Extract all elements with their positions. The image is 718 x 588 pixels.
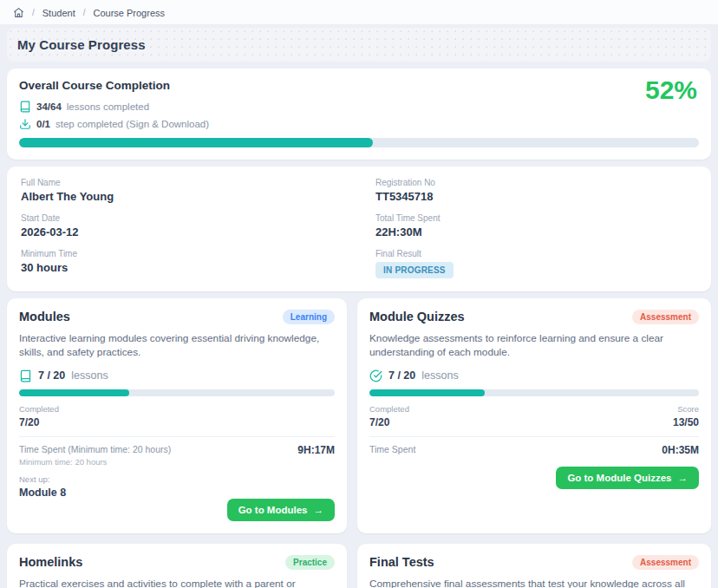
breadcrumb-separator: /	[83, 8, 86, 17]
field-start-date: Start Date 2026-03-12	[21, 213, 375, 238]
modules-title: Modules	[19, 310, 70, 323]
homelinks-card: Homelinks Practice Practical exercises a…	[7, 544, 347, 588]
divider	[19, 436, 335, 437]
step-completed-label: step completed (Sign & Download)	[55, 119, 209, 129]
module-quizzes-time-row: Time Spent 0H:35M	[369, 444, 699, 456]
final-tests-description: Comprehensive final assessments that tes…	[369, 578, 699, 588]
book-icon	[19, 369, 32, 382]
modules-progress-bar	[19, 389, 335, 396]
overall-percent: 52%	[645, 75, 697, 105]
field-registration-no: Registration No TT5345718	[375, 178, 697, 203]
module-quizzes-completed-stat: Completed 7/20	[369, 404, 409, 428]
assessment-badge: Assessment	[632, 310, 699, 324]
step-completed-value: 0/1	[36, 119, 50, 129]
status-badge: IN PROGRESS	[375, 262, 454, 278]
homelinks-title: Homelinks	[19, 555, 82, 569]
page-title-band: My Course Progress	[7, 28, 711, 62]
homelinks-description: Practical exercises and activities to co…	[19, 578, 335, 588]
module-quizzes-title: Module Quizzes	[369, 310, 465, 323]
field-full-name: Full Name Albert The Young	[21, 178, 375, 203]
student-info-card: Full Name Albert The Young Registration …	[7, 167, 711, 291]
check-circle-icon	[369, 369, 382, 382]
overall-progress-bar	[19, 138, 699, 147]
lessons-completed-label: lessons completed	[67, 101, 149, 112]
practice-badge: Practice	[285, 555, 335, 570]
modules-description: Interactive learning modules covering es…	[19, 332, 335, 360]
lessons-completed-line: 34/64 lessons completed	[19, 101, 699, 113]
assessment-badge: Assessment	[632, 555, 699, 570]
go-to-modules-button[interactable]: Go to Modules →	[227, 499, 335, 521]
divider	[369, 436, 699, 437]
module-quizzes-card: Module Quizzes Assessment Knowledge asse…	[357, 298, 711, 533]
overall-progress-fill	[19, 138, 373, 147]
breadcrumb: / Student / Course Progress	[0, 0, 718, 24]
modules-time-row: Time Spent (Minimum time: 20 hours) Mini…	[19, 444, 335, 467]
final-tests-title: Final Tests	[369, 555, 434, 569]
download-icon	[19, 118, 31, 130]
final-tests-card: Final Tests Assessment Comprehensive fin…	[357, 544, 711, 588]
module-quizzes-progress-bar	[369, 389, 699, 396]
breadcrumb-separator: /	[32, 8, 35, 17]
modules-lessons-line: 7 / 20 lessons	[19, 369, 335, 382]
arrow-right-icon: →	[314, 505, 324, 515]
arrow-right-icon: →	[678, 473, 689, 483]
modules-completed-stat: Completed 7/20	[19, 404, 59, 428]
module-quizzes-score-stat: Score 13/50	[673, 404, 699, 428]
module-quizzes-description: Knowledge assessments to reinforce learn…	[369, 332, 699, 360]
overall-completion-card: Overall Course Completion 34/64 lessons …	[7, 69, 711, 160]
learning-badge: Learning	[283, 310, 335, 324]
breadcrumb-item-course-progress[interactable]: Course Progress	[93, 8, 165, 18]
page-title: My Course Progress	[17, 37, 701, 52]
home-icon[interactable]	[13, 7, 24, 18]
lessons-completed-value: 34/64	[36, 101, 62, 112]
modules-next-up: Next up: Module 8	[19, 474, 335, 499]
field-final-result: Final Result IN PROGRESS	[375, 249, 697, 278]
module-quizzes-lessons-line: 7 / 20 lessons	[369, 369, 699, 382]
go-to-module-quizzes-button[interactable]: Go to Module Quizzes →	[556, 467, 699, 489]
step-completed-line: 0/1 step completed (Sign & Download)	[19, 118, 699, 130]
field-total-time-spent: Total Time Spent 22H:30M	[375, 213, 697, 238]
field-minimum-time: Minimum Time 30 hours	[21, 249, 375, 278]
modules-card: Modules Learning Interactive learning mo…	[7, 298, 347, 533]
book-icon	[19, 101, 31, 113]
breadcrumb-item-student[interactable]: Student	[42, 8, 75, 18]
overall-title: Overall Course Completion	[19, 79, 699, 92]
